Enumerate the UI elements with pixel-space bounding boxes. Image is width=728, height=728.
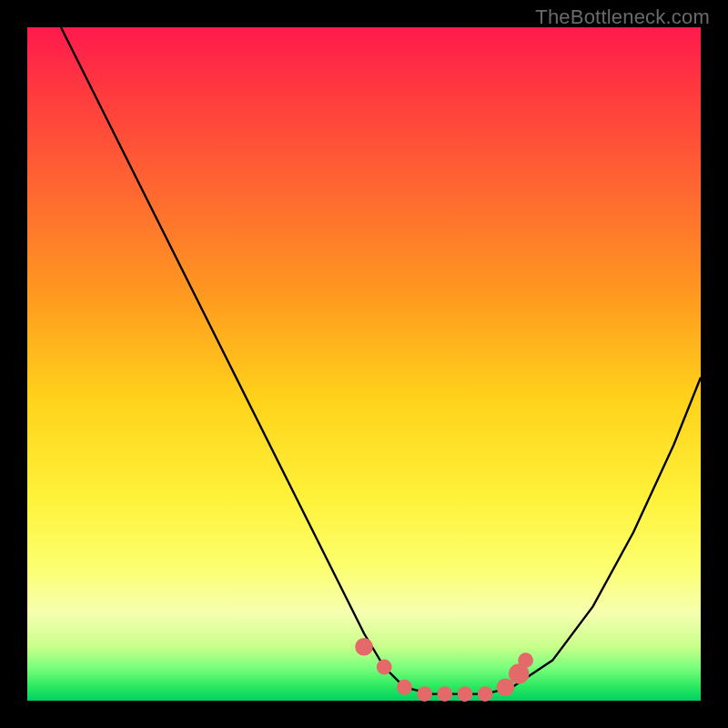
curve-marker: [355, 638, 373, 656]
chart-plot-area: [27, 27, 701, 701]
curve-marker: [458, 686, 473, 702]
curve-marker: [497, 678, 515, 696]
chart-frame: TheBottleneck.com: [0, 0, 728, 728]
curve-marker: [417, 686, 432, 702]
curve-markers: [355, 638, 533, 702]
curve-marker: [377, 660, 392, 675]
watermark-text: TheBottleneck.com: [535, 5, 710, 29]
curve-marker: [397, 680, 412, 695]
bottleneck-curve: [61, 27, 701, 694]
curve-marker: [518, 652, 533, 668]
curve-marker: [478, 686, 493, 702]
chart-svg: [27, 27, 701, 701]
curve-marker: [437, 686, 452, 702]
